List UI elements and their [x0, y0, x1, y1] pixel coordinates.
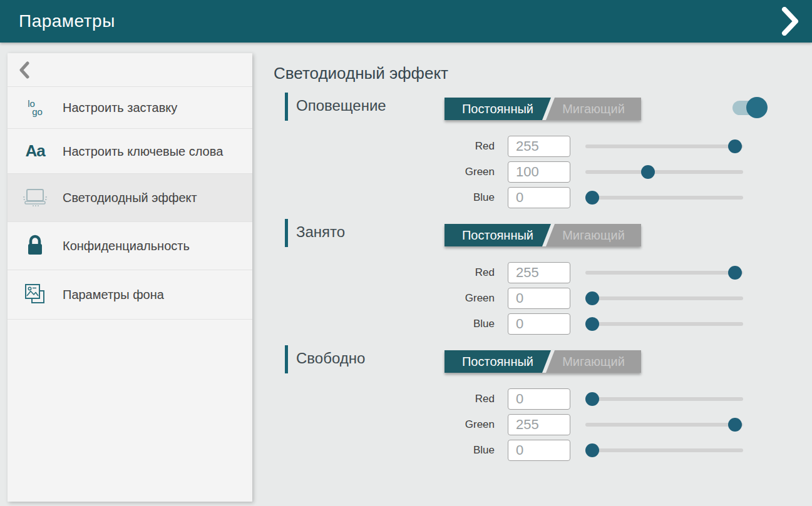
blue-input[interactable] [508, 313, 570, 335]
sidebar-item-keywords[interactable]: Aa Настроить ключевые слова [8, 129, 252, 173]
rgb-rows: Red Green Blue [274, 262, 812, 339]
content-title: Светодиодный эффект [274, 64, 448, 83]
sidebar-item-label: Настроить ключевые слова [63, 143, 223, 159]
mode-segmented-control: Постоянный Мигающий [445, 224, 641, 246]
blue-slider[interactable] [585, 440, 743, 461]
sidebar-divider [8, 319, 252, 320]
green-slider[interactable] [585, 288, 743, 309]
green-input[interactable] [508, 288, 570, 309]
back-button[interactable] [8, 53, 252, 86]
keywords-icon: Aa [21, 141, 49, 161]
green-slider[interactable] [585, 161, 743, 183]
red-slider-thumb[interactable] [585, 392, 599, 406]
blue-slider[interactable] [585, 187, 743, 208]
back-chevron-icon [19, 61, 30, 79]
rgb-row-blue: Blue [274, 313, 812, 335]
slider-track [585, 423, 743, 427]
slider-track [585, 144, 743, 148]
blue-input[interactable] [508, 187, 570, 208]
mode-solid-button[interactable]: Постоянный [445, 350, 551, 373]
toggle-knob[interactable] [746, 97, 768, 118]
rgb-row-blue: Blue [274, 440, 812, 461]
settings-page: Параметры lo go Настроить заставку [0, 0, 812, 506]
blue-input[interactable] [508, 440, 570, 461]
green-label: Green [274, 292, 495, 305]
green-slider-thumb[interactable] [728, 418, 742, 432]
blue-slider-thumb[interactable] [585, 443, 599, 457]
green-label: Green [274, 166, 495, 178]
sidebar-item-label: Параметры фона [63, 286, 164, 303]
slider-track [585, 322, 743, 326]
rgb-row-blue: Blue [274, 187, 812, 208]
section-accent-bar [285, 345, 288, 373]
mode-blinking-button[interactable]: Мигающий [546, 224, 641, 246]
blue-slider-thumb[interactable] [585, 317, 599, 331]
section-accent-bar [285, 93, 288, 121]
mode-segmented-control: Постоянный Мигающий [445, 350, 641, 373]
slider-track [585, 448, 743, 452]
red-input[interactable] [508, 136, 570, 157]
mode-blinking-button[interactable]: Мигающий [546, 350, 641, 373]
mode-segmented-control: Постоянный Мигающий [445, 98, 641, 120]
green-label: Green [274, 418, 495, 431]
mode-solid-button[interactable]: Постоянный [445, 224, 551, 246]
blue-label: Blue [274, 444, 495, 457]
red-slider[interactable] [585, 388, 743, 410]
rgb-row-green: Green [274, 161, 812, 183]
sidebar-item-label: Светодиодный эффект [63, 190, 197, 206]
rgb-row-red: Red [274, 136, 812, 157]
rgb-rows: Red Green Blue [274, 388, 812, 465]
sidebar-item-splash-screen[interactable]: lo go Настроить заставку [8, 87, 252, 128]
sidebar-item-label: Настроить заставку [63, 99, 177, 116]
red-input[interactable] [508, 388, 570, 410]
red-label: Red [274, 393, 495, 405]
rgb-row-green: Green [274, 288, 812, 309]
slider-track [585, 170, 743, 174]
slider-track [585, 271, 743, 275]
notification-toggle-switch[interactable] [732, 97, 769, 118]
slider-track [585, 397, 743, 401]
section-accent-bar [285, 219, 288, 247]
section-name: Занято [296, 219, 345, 247]
sidebar-item-privacy[interactable]: Конфиденциальность [8, 222, 252, 270]
red-slider[interactable] [585, 136, 743, 157]
green-slider-thumb[interactable] [641, 165, 655, 179]
sidebar-item-led-effect[interactable]: Светодиодный эффект [8, 174, 252, 221]
red-label: Red [274, 140, 495, 153]
sidebar: lo go Настроить заставку Aa Настроить кл… [8, 53, 252, 502]
app-header: Параметры [0, 0, 812, 43]
slider-track [585, 296, 743, 300]
red-slider-thumb[interactable] [728, 266, 742, 280]
red-input[interactable] [508, 262, 570, 283]
green-slider[interactable] [585, 414, 743, 435]
blue-label: Blue [274, 318, 495, 330]
rgb-row-red: Red [274, 388, 812, 410]
red-slider[interactable] [585, 262, 743, 283]
sidebar-item-background[interactable]: Параметры фона [8, 270, 252, 319]
green-input[interactable] [508, 161, 570, 183]
lock-icon [21, 235, 49, 257]
blue-slider-thumb[interactable] [585, 191, 599, 205]
led-screen-icon [21, 186, 49, 209]
section-name: Свободно [296, 345, 365, 373]
red-label: Red [274, 266, 495, 279]
slider-track [585, 196, 743, 200]
section-name: Оповещение [296, 93, 386, 121]
green-slider-thumb[interactable] [585, 291, 599, 305]
mode-solid-button[interactable]: Постоянный [445, 98, 551, 120]
blue-label: Blue [274, 191, 495, 204]
rgb-rows: Red Green Blue [274, 136, 812, 213]
rgb-row-green: Green [274, 414, 812, 435]
red-slider-thumb[interactable] [728, 139, 742, 153]
green-input[interactable] [508, 414, 570, 435]
rgb-row-red: Red [274, 262, 812, 283]
page-title: Параметры [19, 11, 115, 31]
blue-slider[interactable] [585, 313, 743, 335]
background-images-icon [21, 283, 49, 306]
forward-chevron-icon[interactable] [779, 7, 801, 36]
logo-icon: lo go [21, 99, 49, 116]
sidebar-item-label: Конфиденциальность [63, 238, 190, 254]
mode-blinking-button[interactable]: Мигающий [546, 98, 641, 120]
